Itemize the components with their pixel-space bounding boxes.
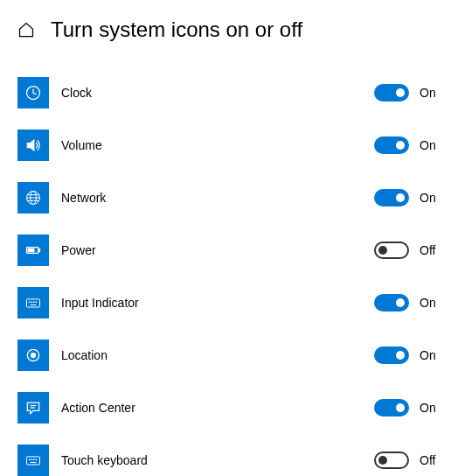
toggle-state: Off — [420, 243, 441, 257]
svg-rect-13 — [27, 457, 40, 465]
svg-point-16 — [33, 459, 34, 460]
toggle-network[interactable] — [374, 189, 409, 206]
item-label: Input Indicator — [61, 296, 374, 310]
clock-icon — [17, 77, 49, 108]
svg-point-10 — [36, 302, 37, 303]
item-row-touch-keyboard: Touch keyboard Off — [17, 434, 441, 476]
svg-point-12 — [31, 354, 36, 358]
item-label: Power — [61, 243, 374, 257]
svg-point-14 — [29, 459, 30, 460]
toggle-wrap: On — [374, 294, 441, 312]
volume-icon — [17, 130, 49, 161]
home-icon[interactable] — [17, 21, 35, 38]
toggle-wrap: On — [374, 136, 441, 154]
svg-point-8 — [31, 302, 32, 303]
svg-rect-5 — [28, 248, 34, 251]
item-label: Network — [61, 191, 374, 205]
item-row-clock: Clock On — [17, 66, 441, 119]
toggle-touch-keyboard[interactable] — [374, 452, 409, 469]
item-label: Location — [61, 348, 374, 362]
item-label: Volume — [61, 138, 374, 152]
toggle-state: Off — [420, 453, 441, 467]
toggle-clock[interactable] — [374, 84, 409, 102]
toggle-wrap: On — [374, 84, 441, 102]
item-row-location: Location On — [17, 329, 441, 382]
toggle-state: On — [420, 348, 441, 362]
item-row-action-center: Action Center On — [17, 382, 441, 434]
network-icon — [17, 182, 49, 214]
svg-point-9 — [33, 302, 34, 303]
item-list: Clock On Volume On Network On Power — [17, 66, 441, 476]
toggle-state: On — [420, 401, 441, 415]
item-row-power: Power Off — [17, 224, 441, 276]
touch-keyboard-icon — [17, 444, 49, 476]
location-icon — [17, 340, 49, 371]
toggle-state: On — [420, 138, 441, 152]
item-row-network: Network On — [17, 172, 441, 224]
page-title: Turn system icons on or off — [51, 18, 302, 42]
keyboard-icon — [17, 287, 49, 318]
header: Turn system icons on or off — [17, 18, 441, 42]
toggle-volume[interactable] — [374, 136, 409, 154]
item-label: Clock — [61, 86, 374, 100]
toggle-location[interactable] — [374, 346, 409, 364]
item-label: Touch keyboard — [61, 453, 374, 467]
power-icon — [17, 234, 49, 266]
action-center-icon — [17, 392, 49, 424]
toggle-wrap: On — [374, 346, 441, 364]
item-label: Action Center — [61, 401, 374, 415]
toggle-wrap: Off — [374, 452, 441, 469]
svg-point-17 — [36, 459, 37, 460]
toggle-state: On — [420, 191, 441, 205]
svg-rect-4 — [38, 248, 40, 251]
svg-point-7 — [29, 302, 30, 303]
item-row-volume: Volume On — [17, 119, 441, 172]
toggle-wrap: Off — [374, 242, 441, 259]
toggle-input-indicator[interactable] — [374, 294, 409, 312]
svg-rect-6 — [27, 299, 40, 307]
svg-point-15 — [31, 459, 32, 460]
toggle-wrap: On — [374, 189, 441, 206]
toggle-power[interactable] — [374, 242, 409, 259]
toggle-state: On — [420, 296, 441, 310]
toggle-action-center[interactable] — [374, 399, 409, 416]
item-row-input-indicator: Input Indicator On — [17, 276, 441, 329]
toggle-wrap: On — [374, 399, 441, 416]
toggle-state: On — [420, 86, 441, 100]
